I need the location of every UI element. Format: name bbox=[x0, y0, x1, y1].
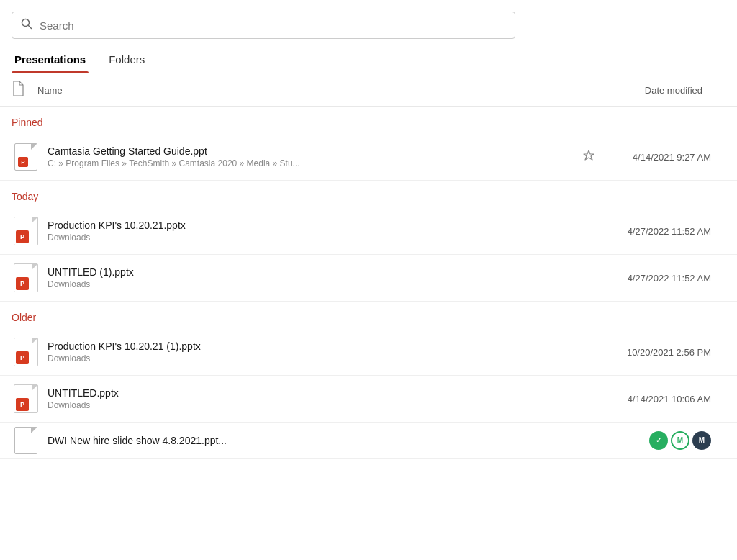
file-name: DWI New hire slide show 4.8.2021.ppt... bbox=[48, 435, 649, 446]
tab-presentations[interactable]: Presentations bbox=[12, 48, 89, 73]
header-name-col: Name bbox=[37, 85, 582, 96]
list-header: Name Date modified bbox=[0, 73, 737, 107]
file-row[interactable]: P Production KPI's 10.20.21 (1).pptx Dow… bbox=[0, 329, 737, 376]
generic-file-icon: P bbox=[14, 143, 37, 171]
file-info: Camtasia Getting Started Guide.ppt C: » … bbox=[48, 145, 580, 168]
file-path: Downloads bbox=[48, 400, 603, 410]
ppt-badge: P bbox=[16, 398, 29, 411]
file-icon-generic bbox=[12, 425, 40, 456]
ppt-file-icon: P bbox=[14, 338, 38, 366]
file-actions: 4/14/2021 9:27 AM bbox=[580, 150, 725, 164]
file-name: Production KPI's 10.20.21.pptx bbox=[48, 220, 603, 231]
file-date: 4/27/2022 11:52 AM bbox=[603, 273, 725, 284]
app-container: Presentations Folders Name Date modified… bbox=[0, 0, 737, 560]
file-row[interactable]: P Production KPI's 10.20.21.pptx Downloa… bbox=[0, 208, 737, 255]
section-older-label: Older bbox=[0, 302, 737, 329]
file-path: Downloads bbox=[48, 279, 603, 289]
file-icon-ppt: P bbox=[12, 383, 40, 415]
file-row[interactable]: DWI New hire slide show 4.8.2021.ppt... … bbox=[0, 423, 737, 459]
file-date: 4/27/2022 11:52 AM bbox=[603, 226, 725, 237]
file-name: UNTITLED.pptx bbox=[48, 387, 603, 399]
file-info: UNTITLED.pptx Downloads bbox=[48, 387, 603, 410]
file-name: Camtasia Getting Started Guide.ppt bbox=[48, 145, 580, 157]
svg-line-1 bbox=[29, 26, 32, 29]
status-circle-dark: M bbox=[692, 431, 711, 450]
pin-icon[interactable] bbox=[580, 150, 597, 164]
file-info: Production KPI's 10.20.21 (1).pptx Downl… bbox=[48, 340, 603, 363]
file-info: Production KPI's 10.20.21.pptx Downloads bbox=[48, 220, 603, 243]
search-input[interactable] bbox=[40, 19, 506, 32]
file-info: DWI New hire slide show 4.8.2021.ppt... bbox=[48, 435, 649, 446]
bottom-icons: ✓ M M bbox=[649, 431, 725, 450]
search-bar-container bbox=[0, 12, 737, 48]
section-pinned-label: Pinned bbox=[0, 107, 737, 134]
file-icon-ppt: P bbox=[12, 262, 40, 294]
file-row[interactable]: P UNTITLED.pptx Downloads 4/14/2021 10:0… bbox=[0, 376, 737, 423]
file-date: 10/20/2021 2:56 PM bbox=[603, 347, 725, 358]
search-bar[interactable] bbox=[12, 12, 515, 39]
file-icon-ppt: P bbox=[12, 215, 40, 247]
ppt-badge: P bbox=[16, 230, 29, 243]
search-icon bbox=[21, 18, 32, 32]
file-path: Downloads bbox=[48, 353, 603, 363]
section-today-label: Today bbox=[0, 181, 737, 208]
file-icon: P bbox=[12, 141, 40, 173]
status-circle-outline: M bbox=[671, 431, 689, 450]
file-row[interactable]: P Camtasia Getting Started Guide.ppt C: … bbox=[0, 134, 737, 181]
header-date-col: Date modified bbox=[582, 85, 725, 96]
ppt-badge: P bbox=[16, 351, 29, 364]
tab-folders[interactable]: Folders bbox=[106, 48, 148, 73]
ppt-badge: P bbox=[16, 277, 29, 290]
ppt-file-icon: P bbox=[14, 384, 38, 413]
file-row[interactable]: P UNTITLED (1).pptx Downloads 4/27/2022 … bbox=[0, 255, 737, 302]
file-date: 4/14/2021 10:06 AM bbox=[603, 394, 725, 405]
generic-file-icon bbox=[14, 427, 37, 454]
file-name: Production KPI's 10.20.21 (1).pptx bbox=[48, 340, 603, 352]
file-name: UNTITLED (1).pptx bbox=[48, 266, 603, 278]
file-date: 4/14/2021 9:27 AM bbox=[603, 152, 725, 163]
file-path: C: » Program Files » TechSmith » Camtasi… bbox=[48, 158, 580, 168]
file-path: Downloads bbox=[48, 232, 603, 243]
status-circle-green: ✓ bbox=[649, 431, 668, 450]
tabs-container: Presentations Folders bbox=[0, 48, 737, 73]
file-info: UNTITLED (1).pptx Downloads bbox=[48, 266, 603, 289]
header-file-icon bbox=[12, 81, 37, 100]
ppt-file-icon: P bbox=[14, 217, 38, 245]
ppt-file-icon: P bbox=[14, 263, 38, 292]
file-list[interactable]: Name Date modified Pinned P Camtasia Get… bbox=[0, 73, 737, 560]
file-icon-ppt: P bbox=[12, 336, 40, 368]
